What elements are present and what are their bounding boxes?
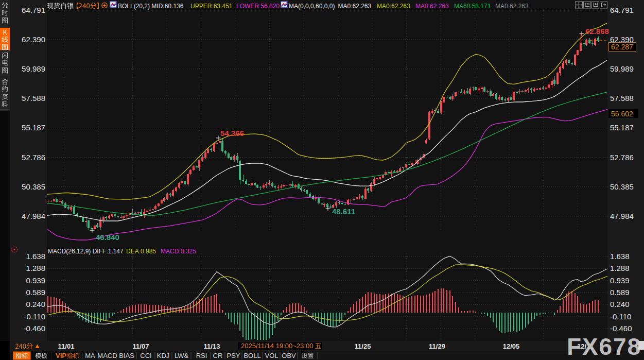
svg-text:MACD:0.325: MACD:0.325 bbox=[161, 248, 196, 255]
svg-text:DEA:0.985: DEA:0.985 bbox=[126, 248, 156, 255]
svg-text:MA0:62.263: MA0:62.263 bbox=[338, 3, 372, 10]
svg-text:48.611: 48.611 bbox=[332, 207, 355, 216]
svg-text:64.791: 64.791 bbox=[22, 6, 45, 14]
svg-text:0.589: 0.589 bbox=[610, 288, 630, 297]
svg-text:56.602: 56.602 bbox=[611, 110, 633, 118]
svg-text:0.589: 0.589 bbox=[26, 288, 45, 297]
svg-text:46.840: 46.840 bbox=[96, 233, 119, 242]
svg-text:2025/11/14 19:00~23:00: 2025/11/14 19:00~23:00 bbox=[241, 342, 313, 350]
svg-text:-0.110: -0.110 bbox=[610, 312, 631, 321]
svg-text:-0.460: -0.460 bbox=[23, 324, 45, 333]
svg-text:-0.460: -0.460 bbox=[610, 324, 632, 333]
svg-text:MACD: MACD bbox=[97, 352, 117, 359]
svg-text:FX678: FX678 bbox=[567, 333, 640, 360]
svg-text:VOL: VOL bbox=[265, 352, 278, 359]
svg-text:RSI: RSI bbox=[196, 352, 207, 359]
svg-text:59.989: 59.989 bbox=[610, 64, 634, 73]
svg-text:59.989: 59.989 bbox=[22, 64, 45, 73]
svg-text:OBV: OBV bbox=[282, 352, 296, 359]
svg-text:11/07: 11/07 bbox=[133, 342, 149, 350]
svg-text:LOWER:56.820: LOWER:56.820 bbox=[236, 3, 280, 10]
svg-text:MA: MA bbox=[85, 352, 95, 359]
svg-text:CCI: CCI bbox=[140, 352, 151, 359]
svg-text:47.984: 47.984 bbox=[22, 212, 45, 220]
svg-text:0.939: 0.939 bbox=[610, 276, 630, 285]
svg-text:MA0:62.263: MA0:62.263 bbox=[377, 3, 410, 10]
svg-text:VIP: VIP bbox=[56, 352, 66, 359]
svg-text:52.786: 52.786 bbox=[22, 153, 45, 162]
svg-text:11/01: 11/01 bbox=[58, 342, 75, 350]
svg-text:57.588: 57.588 bbox=[610, 94, 634, 102]
svg-text:BOLL: BOLL bbox=[243, 352, 260, 359]
svg-text:64.791: 64.791 bbox=[610, 6, 634, 14]
svg-text:52.786: 52.786 bbox=[610, 153, 634, 162]
svg-text:PSY: PSY bbox=[227, 352, 240, 359]
svg-text:MA60:58.171: MA60:58.171 bbox=[454, 3, 491, 10]
svg-text:0.939: 0.939 bbox=[26, 276, 45, 285]
svg-text:11/13: 11/13 bbox=[204, 342, 220, 350]
svg-text:11/25: 11/25 bbox=[355, 342, 371, 350]
svg-text:KDJ: KDJ bbox=[157, 352, 170, 359]
svg-text:50.385: 50.385 bbox=[610, 182, 634, 191]
svg-text:62.868: 62.868 bbox=[585, 27, 609, 36]
svg-text:MA(0,0,0,60,0,0): MA(0,0,0,60,0,0) bbox=[289, 3, 335, 10]
svg-text:62.390: 62.390 bbox=[610, 35, 634, 44]
svg-text:12/05: 12/05 bbox=[503, 342, 520, 350]
svg-text:57.588: 57.588 bbox=[22, 94, 45, 102]
svg-text:55.187: 55.187 bbox=[610, 123, 634, 132]
svg-text:0.240: 0.240 bbox=[610, 300, 630, 308]
svg-text:MA0:62.263: MA0:62.263 bbox=[415, 3, 449, 10]
svg-text:11/29: 11/29 bbox=[429, 342, 445, 350]
svg-text:CR: CR bbox=[213, 352, 223, 359]
svg-text:1.288: 1.288 bbox=[610, 264, 630, 272]
svg-text:54.366: 54.366 bbox=[220, 129, 244, 138]
svg-text:BOLL(20,2) MID:60.136: BOLL(20,2) MID:60.136 bbox=[118, 3, 184, 10]
svg-text:50.385: 50.385 bbox=[22, 182, 45, 191]
svg-text:62.390: 62.390 bbox=[22, 35, 45, 44]
svg-text:LW&: LW& bbox=[175, 352, 189, 359]
svg-text:-0.110: -0.110 bbox=[24, 312, 45, 321]
svg-text:MA0:62.263: MA0:62.263 bbox=[495, 3, 529, 10]
svg-text:1.288: 1.288 bbox=[26, 264, 45, 272]
svg-text:UPPER:63.451: UPPER:63.451 bbox=[190, 3, 233, 10]
svg-text:0.240: 0.240 bbox=[26, 300, 45, 308]
svg-text:BIAS: BIAS bbox=[119, 352, 134, 359]
svg-text:MACD(26,12,9) DIFF:1.147: MACD(26,12,9) DIFF:1.147 bbox=[48, 248, 124, 255]
svg-text:1.638: 1.638 bbox=[26, 252, 45, 261]
svg-text:55.187: 55.187 bbox=[22, 123, 45, 132]
svg-text:47.984: 47.984 bbox=[610, 212, 634, 220]
svg-text:1.638: 1.638 bbox=[610, 252, 630, 261]
svg-text:62.287: 62.287 bbox=[611, 43, 633, 51]
